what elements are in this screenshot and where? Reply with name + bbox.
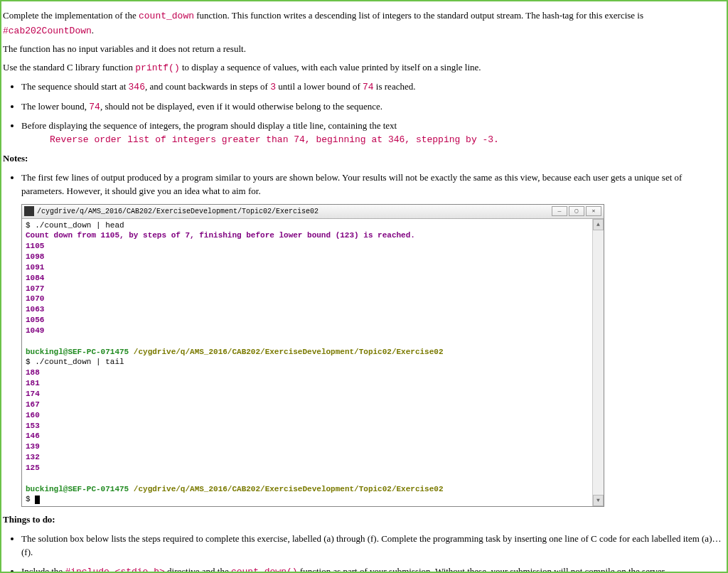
heading-text: Notes: (3, 153, 28, 164)
terminal-content: $ ./count_down | head Count down from 11… (22, 219, 592, 507)
text: until a lower bound of (276, 81, 363, 92)
text: function as part of your submission. Wit… (298, 566, 667, 573)
scrollbar[interactable]: ▲ ▼ (592, 219, 604, 507)
list-item: Before displaying the sequence of intege… (21, 119, 725, 146)
scroll-up-icon[interactable]: ▲ (593, 219, 604, 230)
text: The lower bound, (21, 101, 89, 112)
terminal-titlebar: /cygdrive/q/AMS_2016/CAB202/ExerciseDeve… (22, 205, 604, 219)
text: Use the standard C library function (3, 62, 135, 73)
close-button[interactable]: ✕ (586, 206, 601, 216)
text: , and count backwards in steps of (145, 81, 270, 92)
list-item: The sequence should start at 346, and co… (21, 80, 725, 95)
terminal-title: /cygdrive/q/AMS_2016/CAB202/ExerciseDeve… (37, 206, 318, 217)
terminal-icon (24, 206, 34, 216)
todo-heading: Things to do: (3, 513, 725, 527)
text: The sequence should start at (21, 81, 129, 92)
terminal-window: /cygdrive/q/AMS_2016/CAB202/ExerciseDeve… (21, 204, 604, 508)
text: is reached. (374, 81, 416, 92)
exercise-container: Complete the implementation of the count… (0, 0, 728, 573)
todo-list: The solution box below lists the steps r… (21, 532, 725, 573)
code-printf: printf() (135, 63, 179, 73)
scroll-down-icon[interactable]: ▼ (593, 495, 604, 506)
terminal-body: $ ./count_down | head Count down from 11… (22, 219, 604, 507)
intro-paragraph-2: The function has no input variables and … (3, 42, 725, 56)
maximize-button[interactable]: ▢ (569, 206, 584, 216)
minimize-button[interactable]: — (552, 206, 567, 216)
output-title-line: Reverse order list of integers greater t… (50, 133, 725, 147)
notes-list: The first few lines of output produced b… (21, 171, 725, 198)
requirements-list: The sequence should start at 346, and co… (21, 80, 725, 146)
heading-text: Things to do: (3, 514, 55, 525)
notes-heading: Notes: (3, 151, 725, 166)
text: Before displaying the sequence of intege… (21, 120, 397, 131)
code-bound: 74 (363, 82, 374, 92)
code-countdown: count_down (139, 11, 194, 21)
text: Complete the implementation of the (3, 10, 139, 21)
list-item: The lower bound, 74, should not be displ… (21, 100, 725, 114)
code-hashtag: #cab202CountDown (3, 26, 92, 36)
code-step: 3 (270, 82, 276, 92)
code-include: #include <stdio.h> (65, 567, 164, 573)
window-buttons: — ▢ ✕ (552, 206, 601, 216)
list-item: The first few lines of output produced b… (21, 171, 725, 198)
code-bound2: 74 (89, 102, 100, 112)
code-countdownfn: count_down() (231, 567, 298, 573)
text: . (92, 25, 94, 36)
list-item: Include the #include <stdio.h> directive… (21, 564, 725, 573)
text: directive and the (165, 566, 231, 573)
titlebar-left: /cygdrive/q/AMS_2016/CAB202/ExerciseDeve… (24, 206, 318, 217)
text: , should not be displayed, even if it wo… (100, 101, 382, 112)
text: Include the (21, 566, 65, 573)
code-start: 346 (129, 82, 145, 92)
intro-paragraph-1: Complete the implementation of the count… (3, 9, 725, 38)
text: to display a sequence of values, with ea… (180, 62, 481, 73)
text: function. This function writes a descend… (194, 10, 643, 21)
list-item: The solution box below lists the steps r… (21, 532, 725, 559)
intro-paragraph-3: Use the standard C library function prin… (3, 60, 725, 75)
